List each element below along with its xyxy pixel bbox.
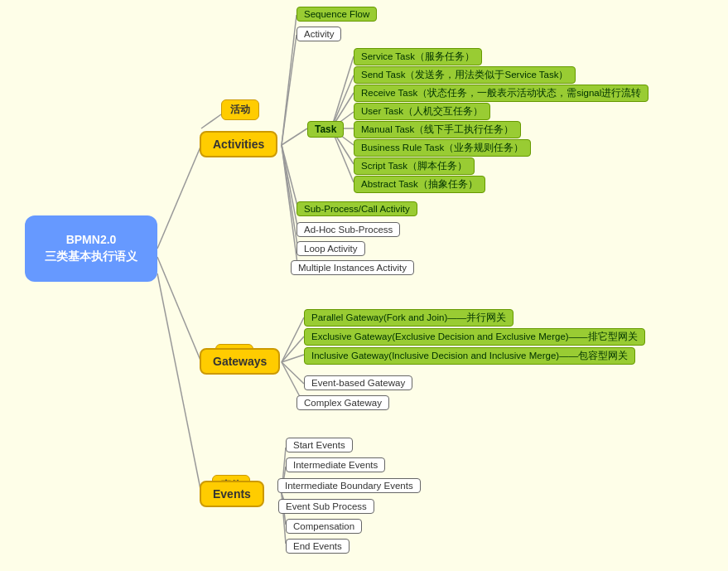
svg-line-0 [157, 145, 201, 249]
task-service: Service Task（服务任务） [354, 48, 482, 65]
svg-line-1 [157, 257, 201, 362]
central-line2: 三类基本执行语义 [45, 249, 137, 265]
task-abstract: Abstract Task（抽象任务） [354, 176, 485, 193]
gateways-node: Gateways [200, 348, 280, 375]
activity-node: Activity [297, 27, 341, 41]
svg-line-4 [282, 128, 307, 145]
svg-line-19 [282, 317, 304, 362]
events-node: Events [200, 481, 264, 507]
svg-line-3 [201, 114, 221, 128]
multiple-instances: Multiple Instances Activity [291, 260, 414, 275]
svg-line-18 [282, 35, 297, 145]
event-intermediate: Intermediate Events [286, 457, 385, 472]
svg-line-2 [157, 273, 201, 493]
task-manual: Manual Task（线下手工执行任务） [354, 121, 521, 138]
gateway-complex: Complex Gateway [297, 395, 389, 410]
svg-line-21 [282, 355, 304, 362]
task-script: Script Task（脚本任务） [354, 157, 475, 175]
event-start: Start Events [286, 438, 353, 452]
central-node: BPMN2.0 三类基本执行语义 [25, 215, 157, 282]
gateway-event: Event-based Gateway [304, 375, 412, 390]
svg-line-14 [282, 145, 298, 230]
task-receive: Receive Task（状态任务，一般表示活动状态，需signal进行流转 [354, 85, 648, 102]
gateway-exclusive: Exclusive Gateway(Exclusive Decision and… [304, 328, 645, 346]
gateway-parallel: Parallel Gateway(Fork and Join)——并行网关 [304, 309, 513, 327]
event-compensation: Compensation [286, 519, 362, 534]
subprocess-call: Sub-Process/Call Activity [297, 201, 417, 216]
sequence-flow-node: Sequence Flow [297, 7, 377, 22]
task-send: Send Task（发送务，用法类似于Service Task） [354, 66, 576, 84]
task-label: Task [307, 121, 344, 138]
svg-line-13 [282, 145, 298, 209]
gateway-inclusive: Inclusive Gateway(Inclusive Decision and… [304, 347, 635, 365]
task-business: Business Rule Task（业务规则任务） [354, 139, 531, 157]
event-sub-process: Event Sub Process [278, 499, 374, 514]
event-intermediate-boundary: Intermediate Boundary Events [277, 478, 421, 493]
loop-activity: Loop Activity [297, 241, 365, 256]
adhoc-subprocess: Ad-Hoc Sub-Process [297, 222, 400, 237]
activities-label: 活动 [221, 99, 259, 120]
mind-map: BPMN2.0 三类基本执行语义 活动 Activities Sequence … [0, 0, 728, 571]
activities-node: Activities [200, 131, 277, 157]
task-user: User Task（人机交互任务） [354, 103, 490, 120]
central-line1: BPMN2.0 [66, 232, 117, 249]
svg-line-16 [282, 145, 298, 269]
event-end: End Events [286, 539, 350, 554]
svg-line-20 [282, 336, 304, 362]
svg-line-22 [282, 362, 304, 384]
svg-line-15 [282, 145, 298, 250]
svg-line-5 [331, 56, 354, 128]
svg-line-17 [282, 15, 297, 145]
